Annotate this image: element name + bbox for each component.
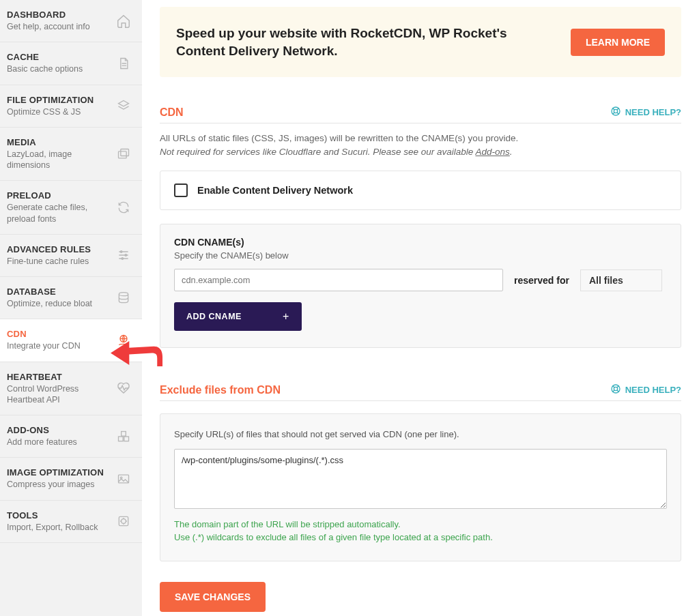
sidebar-item-sublabel: Add more features — [7, 437, 77, 448]
exclude-description: Specify URL(s) of files that should not … — [174, 429, 667, 439]
home-icon — [116, 14, 131, 29]
add-cname-label: ADD CNAME — [186, 312, 242, 321]
annotation-arrow-icon — [111, 340, 164, 367]
plus-icon: + — [283, 310, 289, 323]
sidebar-item-cache[interactable]: CACHE Basic cache options — [0, 42, 142, 85]
enable-cdn-label: Enable Content Delivery Network — [197, 185, 353, 196]
promo-banner: Speed up your website with RocketCDN, WP… — [160, 7, 681, 77]
lifebuoy-icon — [610, 383, 621, 396]
sidebar-item-file-optimization[interactable]: FILE OPTIMIZATION Optimize CSS & JS — [0, 85, 142, 128]
sidebar-item-sublabel: Compress your images — [7, 479, 104, 490]
add-cname-button[interactable]: ADD CNAME + — [174, 302, 302, 331]
exclude-card: Specify URL(s) of files that should not … — [160, 413, 681, 561]
sliders-icon — [116, 248, 131, 263]
refresh-icon — [116, 200, 131, 215]
addons-link[interactable]: Add-ons — [476, 147, 510, 157]
sidebar-item-label: TOOLS — [7, 510, 98, 520]
learn-more-button[interactable]: LEARN MORE — [571, 29, 665, 56]
cname-card: CDN CNAME(s) Specify the CNAME(s) below … — [160, 224, 681, 348]
svg-rect-8 — [124, 437, 129, 441]
sidebar-item-sublabel: Get help, account info — [7, 21, 90, 32]
enable-cdn-card: Enable Content Delivery Network — [160, 171, 681, 210]
sidebar-item-label: CACHE — [7, 52, 83, 62]
svg-rect-1 — [121, 149, 129, 156]
sidebar: DASHBOARD Get help, account info CACHE B… — [0, 0, 142, 616]
section-title-cdn: CDN — [160, 106, 184, 119]
need-help-label: NEED HELP? — [625, 385, 681, 395]
sidebar-item-label: MEDIA — [7, 137, 109, 147]
svg-rect-9 — [122, 431, 126, 436]
sidebar-item-sublabel: Basic cache options — [7, 63, 83, 74]
enable-cdn-checkbox[interactable] — [174, 184, 188, 197]
boxes-icon — [116, 429, 131, 444]
promo-text: Speed up your website with RocketCDN, WP… — [176, 25, 558, 59]
sidebar-item-tools[interactable]: TOOLS Import, Export, Rollback — [0, 501, 142, 543]
cdn-description: All URLs of static files (CSS, JS, image… — [160, 132, 681, 158]
sidebar-item-media[interactable]: MEDIA LazyLoad, image dimensions — [0, 128, 142, 181]
file-icon — [116, 56, 131, 71]
images-icon — [116, 147, 131, 162]
section-title-exclude: Exclude files from CDN — [160, 384, 281, 396]
sidebar-item-addons[interactable]: ADD-ONS Add more features — [0, 415, 142, 458]
sidebar-item-sublabel: LazyLoad, image dimensions — [7, 149, 109, 171]
sidebar-item-sublabel: Optimize CSS & JS — [7, 106, 94, 117]
sidebar-item-label: DASHBOARD — [7, 10, 90, 20]
svg-rect-7 — [119, 437, 124, 441]
cname-input[interactable] — [174, 269, 503, 291]
svg-rect-0 — [119, 151, 127, 158]
svg-point-17 — [614, 387, 617, 391]
lifebuoy-icon — [610, 106, 621, 119]
sidebar-item-sublabel: Fine-tune cache rules — [7, 256, 91, 267]
sidebar-item-label: IMAGE OPTIMIZATION — [7, 467, 104, 478]
sidebar-item-sublabel: Integrate your CDN — [7, 340, 81, 351]
layers-icon — [116, 98, 131, 113]
tools-icon — [116, 514, 131, 529]
svg-point-13 — [122, 519, 126, 524]
save-changes-button[interactable]: SAVE CHANGES — [160, 582, 266, 612]
svg-point-15 — [614, 110, 617, 113]
reserved-for-label: reserved for — [514, 275, 569, 286]
svg-point-5 — [119, 292, 128, 295]
image-optimize-icon — [116, 471, 131, 486]
sidebar-item-preload[interactable]: PRELOAD Generate cache files, preload fo… — [0, 181, 142, 235]
sidebar-item-sublabel: Generate cache files, preload fonts — [7, 202, 109, 224]
sidebar-item-heartbeat[interactable]: HEARTBEAT Control WordPress Heartbeat AP… — [0, 362, 142, 416]
need-help-link[interactable]: NEED HELP? — [610, 106, 681, 119]
sidebar-item-label: HEARTBEAT — [7, 372, 109, 382]
sidebar-item-label: DATABASE — [7, 287, 92, 297]
exclude-textarea[interactable] — [174, 449, 667, 509]
need-help-link[interactable]: NEED HELP? — [610, 383, 681, 396]
sidebar-item-label: PRELOAD — [7, 190, 109, 201]
sidebar-item-label: FILE OPTIMIZATION — [7, 95, 94, 105]
cname-subdesc: Specify the CNAME(s) below — [174, 250, 667, 261]
main-content: Speed up your website with RocketCDN, WP… — [142, 0, 699, 616]
sidebar-item-dashboard[interactable]: DASHBOARD Get help, account info — [0, 0, 142, 42]
cname-heading: CDN CNAME(s) — [174, 237, 667, 248]
sidebar-item-sublabel: Control WordPress Heartbeat API — [7, 383, 109, 406]
sidebar-item-label: ADVANCED RULES — [7, 244, 91, 254]
sidebar-item-database[interactable]: DATABASE Optimize, reduce bloat — [0, 277, 142, 319]
need-help-label: NEED HELP? — [625, 107, 681, 117]
reserved-for-select[interactable]: All files — [580, 269, 662, 291]
heartbeat-icon — [116, 381, 131, 396]
database-icon — [116, 291, 131, 306]
sidebar-item-image-optimization[interactable]: IMAGE OPTIMIZATION Compress your images — [0, 458, 142, 500]
exclude-hint: The domain part of the URL will be strip… — [174, 518, 667, 544]
sidebar-item-advanced-rules[interactable]: ADVANCED RULES Fine-tune cache rules — [0, 235, 142, 277]
sidebar-item-label: ADD-ONS — [7, 425, 77, 435]
sidebar-item-label: CDN — [7, 329, 81, 339]
sidebar-item-sublabel: Optimize, reduce bloat — [7, 298, 92, 309]
sidebar-item-sublabel: Import, Export, Rollback — [7, 522, 98, 533]
